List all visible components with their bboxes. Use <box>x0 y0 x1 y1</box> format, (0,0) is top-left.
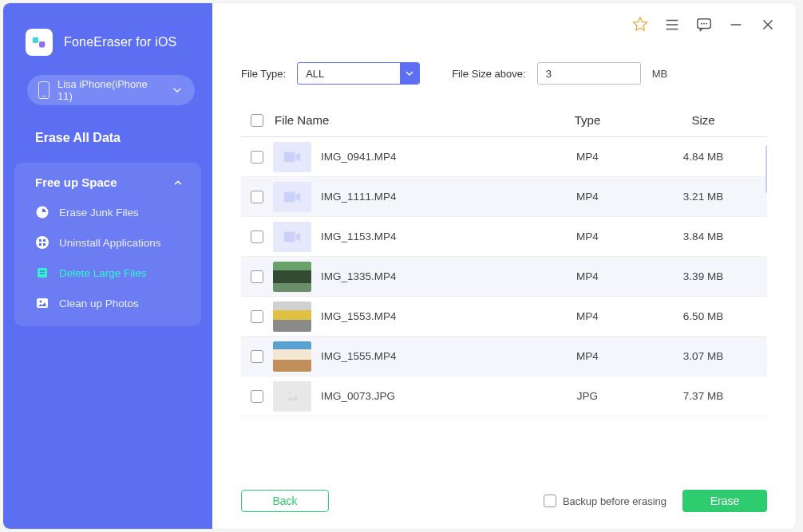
svg-rect-24 <box>284 191 295 202</box>
file-type-select[interactable]: ALL <box>297 62 420 85</box>
back-button[interactable]: Back <box>241 490 329 512</box>
sidebar-item-erase-junk-files[interactable]: Erase Junk Files <box>14 197 201 227</box>
file-icon <box>35 266 49 280</box>
premium-icon[interactable] <box>631 16 649 33</box>
sidebar-item-label: Delete Large Files <box>59 267 147 279</box>
file-name: IMG_1111.MP4 <box>321 191 536 203</box>
file-size: 6.50 MB <box>639 310 767 322</box>
file-type-value: ALL <box>298 68 400 80</box>
nav-section-header[interactable]: Free up Space <box>14 163 201 197</box>
svg-rect-5 <box>43 239 45 242</box>
sidebar-item-label: Clean up Photos <box>59 298 139 309</box>
select-all-checkbox[interactable] <box>251 114 263 127</box>
row-checkbox[interactable] <box>251 191 263 203</box>
svg-rect-1 <box>39 41 45 47</box>
nav-section-free-up-space: Free up Space Erase Junk Files Uninstall… <box>14 163 201 326</box>
sidebar: FoneEraser for iOS Lisa iPhone(iPhone 11… <box>3 3 212 529</box>
file-type: MP4 <box>536 151 639 163</box>
file-thumbnail <box>273 262 311 292</box>
column-size: Size <box>639 113 767 127</box>
row-checkbox[interactable] <box>251 270 263 283</box>
close-icon[interactable] <box>759 16 777 33</box>
titlebar <box>212 3 796 46</box>
svg-point-26 <box>288 392 291 394</box>
minimize-icon[interactable] <box>727 16 745 33</box>
sidebar-item-clean-up-photos[interactable]: Clean up Photos <box>14 288 201 318</box>
filter-bar: File Type: ALL File Size above: MB <box>212 46 796 91</box>
svg-point-3 <box>36 236 49 249</box>
file-name: IMG_1553.MP4 <box>321 310 536 322</box>
svg-rect-4 <box>39 239 42 242</box>
file-name: IMG_1335.MP4 <box>321 270 536 282</box>
app-title: FoneEraser for iOS <box>64 35 176 49</box>
svg-rect-11 <box>37 298 48 308</box>
file-thumbnail <box>273 381 311 412</box>
table-body: IMG_0941.MP4MP44.84 MBIMG_1111.MP4MP43.2… <box>241 137 767 470</box>
file-name: IMG_0941.MP4 <box>321 151 536 163</box>
file-size-above-label: File Size above: <box>452 68 526 80</box>
row-checkbox[interactable] <box>251 390 263 403</box>
nav-erase-all-data[interactable]: Erase All Data <box>3 120 212 156</box>
table-row[interactable]: IMG_1553.MP4MP46.50 MB <box>241 297 767 337</box>
scrollbar-thumb[interactable] <box>765 145 767 193</box>
row-checkbox[interactable] <box>251 350 263 363</box>
file-size: 4.84 MB <box>639 151 767 163</box>
dropdown-arrow-icon <box>400 63 419 84</box>
file-type: MP4 <box>536 191 639 203</box>
file-thumbnail <box>273 341 311 372</box>
table-row[interactable]: IMG_0073.JPGJPG7.37 MB <box>241 376 767 416</box>
file-table: File Name Type Size IMG_0941.MP4MP44.84 … <box>241 105 767 473</box>
feedback-icon[interactable] <box>695 16 713 33</box>
device-selector[interactable]: Lisa iPhone(iPhone 11) <box>27 75 195 105</box>
clock-icon <box>35 205 49 219</box>
file-size: 7.37 MB <box>639 390 767 402</box>
column-file-name: File Name <box>273 113 536 127</box>
table-row[interactable]: IMG_0941.MP4MP44.84 MB <box>241 137 767 177</box>
chevron-up-icon <box>172 177 184 188</box>
svg-rect-0 <box>33 37 38 43</box>
apps-icon <box>35 235 49 250</box>
file-type: MP4 <box>536 231 639 242</box>
file-size-input[interactable] <box>537 62 641 85</box>
svg-rect-6 <box>39 243 42 246</box>
sidebar-item-delete-large-files[interactable]: Delete Large Files <box>14 258 201 288</box>
table-row[interactable]: IMG_1111.MP4MP43.21 MB <box>241 177 767 217</box>
file-name: IMG_0073.JPG <box>321 390 536 402</box>
file-thumbnail <box>273 222 311 252</box>
footer-bar: Back Backup before erasing Erase <box>212 473 796 529</box>
file-name: IMG_1153.MP4 <box>321 231 536 242</box>
erase-button[interactable]: Erase <box>682 490 767 512</box>
device-label: Lisa iPhone(iPhone 11) <box>57 78 163 102</box>
svg-point-17 <box>701 23 702 25</box>
logo-row: FoneEraser for iOS <box>3 18 212 75</box>
file-thumbnail <box>273 142 311 172</box>
table-row[interactable]: IMG_1335.MP4MP43.39 MB <box>241 257 767 297</box>
photo-icon <box>35 296 49 310</box>
sidebar-item-label: Erase Junk Files <box>59 207 139 219</box>
row-checkbox[interactable] <box>251 151 263 164</box>
file-size: 3.21 MB <box>639 191 767 203</box>
backup-before-erasing-option[interactable]: Backup before erasing <box>544 495 667 507</box>
sidebar-item-label: Uninstall Applications <box>59 237 161 249</box>
backup-checkbox[interactable] <box>544 495 556 507</box>
main-panel: File Type: ALL File Size above: MB File … <box>212 3 796 529</box>
svg-point-12 <box>40 301 42 303</box>
file-type: MP4 <box>536 350 639 362</box>
table-row[interactable]: IMG_1555.MP4MP43.07 MB <box>241 337 767 376</box>
table-row[interactable]: IMG_1153.MP4MP43.84 MB <box>241 217 767 257</box>
nav-section-title: Free up Space <box>35 175 117 189</box>
sidebar-item-uninstall-applications[interactable]: Uninstall Applications <box>14 227 201 258</box>
chevron-down-icon <box>171 84 184 97</box>
file-type-label: File Type: <box>241 68 286 80</box>
app-window: FoneEraser for iOS Lisa iPhone(iPhone 11… <box>3 3 796 529</box>
row-checkbox[interactable] <box>251 310 263 323</box>
svg-point-18 <box>703 23 705 25</box>
menu-icon[interactable] <box>663 16 681 33</box>
row-checkbox[interactable] <box>251 231 263 243</box>
phone-icon <box>38 81 49 99</box>
svg-rect-8 <box>38 268 47 278</box>
file-thumbnail <box>273 182 311 212</box>
file-type: MP4 <box>536 270 639 282</box>
svg-point-19 <box>706 23 707 25</box>
svg-rect-25 <box>284 231 295 242</box>
